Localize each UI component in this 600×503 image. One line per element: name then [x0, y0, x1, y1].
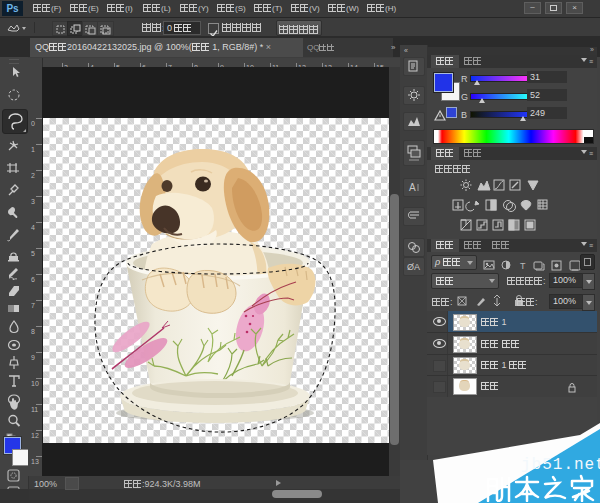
svg-text:8: 8	[31, 328, 35, 335]
svg-text:4: 4	[31, 224, 35, 231]
svg-text:12: 12	[31, 432, 39, 439]
svg-text:ØA: ØA	[407, 262, 420, 272]
svg-text:7: 7	[31, 302, 35, 309]
svg-text:A: A	[409, 182, 416, 193]
svg-text:1: 1	[31, 146, 35, 153]
svg-text:13: 13	[31, 458, 39, 465]
svg-text:6: 6	[31, 276, 35, 283]
svg-text:T: T	[520, 261, 526, 271]
svg-text:9: 9	[31, 354, 35, 361]
svg-text:3: 3	[31, 198, 35, 205]
svg-text:5: 5	[31, 250, 35, 257]
svg-text:10: 10	[31, 380, 39, 387]
svg-text:11: 11	[31, 406, 38, 413]
svg-text:2: 2	[31, 172, 35, 179]
svg-text:0: 0	[31, 120, 35, 127]
